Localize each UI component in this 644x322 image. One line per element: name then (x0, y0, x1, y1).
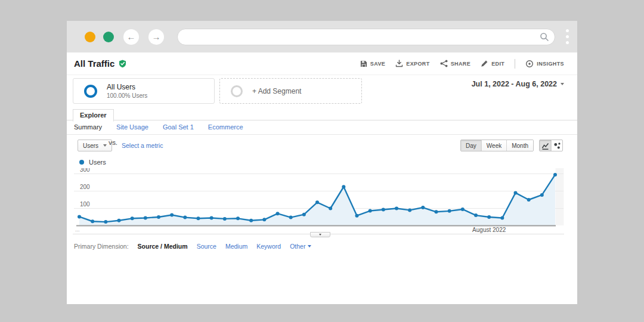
back-arrow-icon: ← (127, 32, 136, 42)
dimension-medium-link[interactable]: Medium (225, 243, 247, 250)
motion-chart-icon-button[interactable] (551, 140, 562, 151)
date-range-value: Jul 1, 2022 - Aug 6, 2022 (472, 80, 557, 88)
chart-controls: Users VS. Select a metric Day Week Month (67, 138, 577, 154)
share-button[interactable]: SHARE (440, 60, 471, 67)
chevron-down-icon (561, 83, 564, 85)
subtab-goal-set-1[interactable]: Goal Set 1 (163, 123, 194, 131)
forward-button[interactable]: → (148, 29, 164, 45)
svg-text:100: 100 (80, 201, 90, 208)
share-icon (440, 60, 448, 67)
chevron-down-icon (319, 234, 321, 236)
dimension-keyword-link[interactable]: Keyword (256, 243, 281, 250)
browser-window: ← → All Traffic SAVE EXPORT (67, 21, 577, 304)
segment-ring-icon (84, 85, 97, 98)
browser-menu-icon[interactable] (565, 28, 570, 45)
svg-text:...: ... (75, 227, 80, 233)
export-button[interactable]: EXPORT (395, 60, 429, 67)
export-icon (395, 60, 403, 67)
legend-series-label: Users (89, 159, 106, 166)
tab-bar: Explorer (67, 109, 577, 120)
search-icon[interactable] (540, 32, 549, 42)
chart-legend: Users (79, 159, 106, 166)
add-segment-label: + Add Segment (252, 87, 301, 95)
line-chart-icon-button[interactable] (540, 140, 551, 151)
svg-text:August 2022: August 2022 (472, 227, 506, 233)
header-actions: SAVE EXPORT SHARE EDIT INSIGHTS (360, 59, 564, 69)
chevron-down-icon (308, 245, 311, 247)
subtab-bar: Summary Site Usage Goal Set 1 Ecommerce (74, 123, 243, 131)
insights-icon (525, 60, 534, 68)
chart-type-toggle (539, 140, 563, 151)
segment-title: All Users (107, 83, 147, 91)
browser-chrome: ← → (67, 21, 577, 52)
subtabs-divider (67, 134, 577, 135)
verified-shield-icon (119, 60, 126, 68)
svg-text:200: 200 (80, 184, 90, 190)
report-header: All Traffic SAVE EXPORT SHARE EDIT (67, 52, 577, 75)
actions-divider (515, 59, 515, 69)
subtab-summary[interactable]: Summary (74, 123, 102, 131)
traffic-line-chart[interactable]: 100200300August 2022... (74, 168, 571, 235)
subtab-site-usage[interactable]: Site Usage (116, 123, 148, 131)
primary-dimension-label: Primary Dimension: (74, 243, 129, 250)
traffic-dot-yellow[interactable] (85, 32, 95, 42)
add-segment-ring-icon (231, 85, 243, 97)
chevron-down-icon (103, 144, 107, 147)
page-title: All Traffic (74, 58, 114, 69)
segment-subtitle: 100.00% Users (107, 92, 147, 99)
url-bar[interactable] (177, 29, 555, 45)
metric-dropdown-value: Users (83, 143, 98, 149)
line-chart-icon (541, 142, 549, 150)
granularity-week-button[interactable]: Week (481, 140, 506, 151)
svg-text:300: 300 (80, 168, 90, 173)
vs-label: VS. (109, 140, 117, 146)
back-button[interactable]: ← (123, 29, 139, 45)
metric-dropdown[interactable]: Users (78, 140, 112, 151)
subtab-ecommerce[interactable]: Ecommerce (208, 123, 243, 131)
dimension-source-link[interactable]: Source (197, 243, 216, 250)
traffic-dot-green[interactable] (103, 32, 114, 42)
motion-chart-icon (553, 142, 561, 150)
granularity-day-button[interactable]: Day (461, 140, 481, 151)
date-range-selector[interactable]: Jul 1, 2022 - Aug 6, 2022 (472, 80, 564, 88)
url-input[interactable] (183, 29, 540, 45)
save-button[interactable]: SAVE (360, 60, 385, 67)
insights-button[interactable]: INSIGHTS (525, 60, 564, 68)
save-icon (360, 60, 367, 67)
segment-all-users[interactable]: All Users 100.00% Users (73, 78, 215, 104)
granularity-month-button[interactable]: Month (506, 140, 533, 151)
dimension-source-medium[interactable]: Source / Medium (138, 243, 188, 250)
legend-dot-icon (79, 160, 84, 165)
segments-row: All Users 100.00% Users + Add Segment Ju… (67, 75, 577, 109)
forward-arrow-icon: → (152, 32, 161, 42)
edit-icon (481, 60, 488, 67)
dimension-other-dropdown[interactable]: Other (290, 243, 311, 250)
select-metric-link[interactable]: Select a metric (122, 142, 163, 149)
tab-explorer[interactable]: Explorer (73, 109, 114, 122)
granularity-toggle: Day Week Month (460, 140, 534, 151)
add-segment-button[interactable]: + Add Segment (219, 78, 362, 104)
chart-expand-handle[interactable] (310, 232, 330, 237)
edit-button[interactable]: EDIT (481, 60, 504, 67)
primary-dimension-row: Primary Dimension: Source / Medium Sourc… (74, 243, 311, 250)
